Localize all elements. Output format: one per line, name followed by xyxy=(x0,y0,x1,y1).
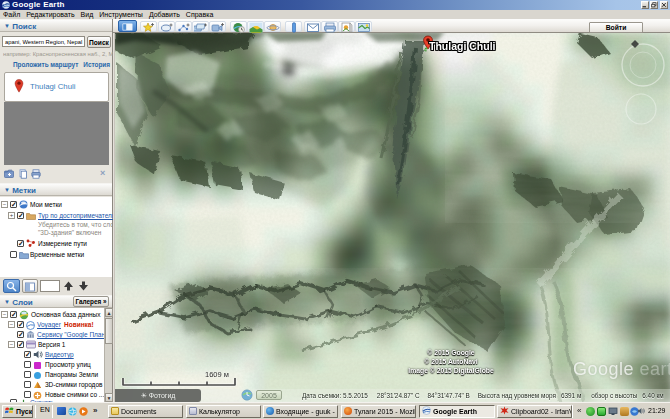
svg-text:4: 4 xyxy=(424,47,427,53)
svg-text:1609 м: 1609 м xyxy=(205,370,229,379)
